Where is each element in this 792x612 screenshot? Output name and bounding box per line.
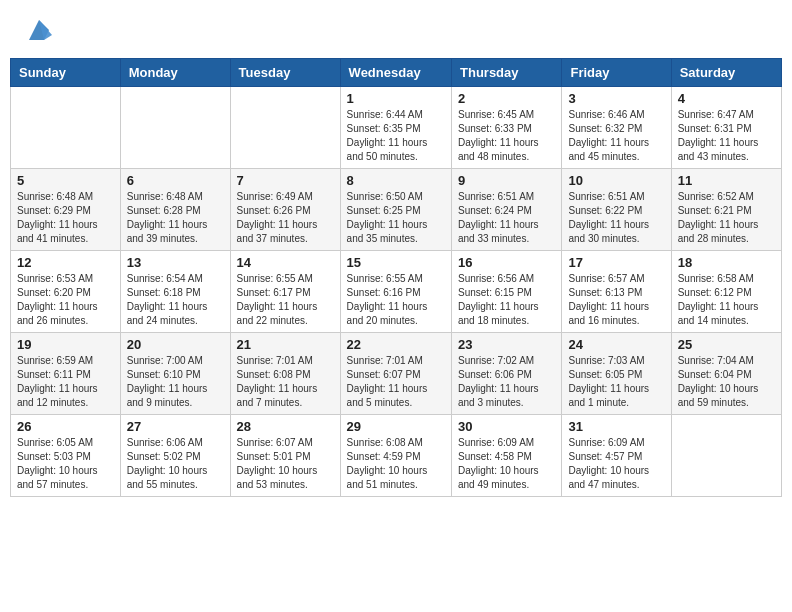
day-number: 28 [237,419,334,434]
calendar-cell [671,415,781,497]
calendar-cell: 18Sunrise: 6:58 AM Sunset: 6:12 PM Dayli… [671,251,781,333]
day-number: 22 [347,337,445,352]
calendar-cell: 5Sunrise: 6:48 AM Sunset: 6:29 PM Daylig… [11,169,121,251]
day-info: Sunrise: 6:51 AM Sunset: 6:24 PM Dayligh… [458,190,555,246]
calendar-cell: 28Sunrise: 6:07 AM Sunset: 5:01 PM Dayli… [230,415,340,497]
day-number: 19 [17,337,114,352]
weekday-header: Saturday [671,59,781,87]
calendar-table: SundayMondayTuesdayWednesdayThursdayFrid… [10,58,782,497]
day-info: Sunrise: 6:56 AM Sunset: 6:15 PM Dayligh… [458,272,555,328]
day-number: 6 [127,173,224,188]
calendar-cell: 2Sunrise: 6:45 AM Sunset: 6:33 PM Daylig… [452,87,562,169]
day-number: 29 [347,419,445,434]
day-info: Sunrise: 6:47 AM Sunset: 6:31 PM Dayligh… [678,108,775,164]
day-number: 3 [568,91,664,106]
calendar-week-row: 1Sunrise: 6:44 AM Sunset: 6:35 PM Daylig… [11,87,782,169]
calendar-cell: 21Sunrise: 7:01 AM Sunset: 6:08 PM Dayli… [230,333,340,415]
day-number: 5 [17,173,114,188]
calendar-cell [11,87,121,169]
calendar-week-row: 5Sunrise: 6:48 AM Sunset: 6:29 PM Daylig… [11,169,782,251]
day-info: Sunrise: 6:05 AM Sunset: 5:03 PM Dayligh… [17,436,114,492]
calendar-cell: 6Sunrise: 6:48 AM Sunset: 6:28 PM Daylig… [120,169,230,251]
day-number: 23 [458,337,555,352]
day-number: 8 [347,173,445,188]
day-number: 16 [458,255,555,270]
logo-icon [24,15,54,45]
day-info: Sunrise: 6:08 AM Sunset: 4:59 PM Dayligh… [347,436,445,492]
calendar-cell: 30Sunrise: 6:09 AM Sunset: 4:58 PM Dayli… [452,415,562,497]
calendar-cell: 22Sunrise: 7:01 AM Sunset: 6:07 PM Dayli… [340,333,451,415]
day-info: Sunrise: 6:53 AM Sunset: 6:20 PM Dayligh… [17,272,114,328]
day-number: 4 [678,91,775,106]
day-number: 25 [678,337,775,352]
weekday-header: Tuesday [230,59,340,87]
calendar-cell: 27Sunrise: 6:06 AM Sunset: 5:02 PM Dayli… [120,415,230,497]
calendar-cell: 1Sunrise: 6:44 AM Sunset: 6:35 PM Daylig… [340,87,451,169]
day-info: Sunrise: 6:49 AM Sunset: 6:26 PM Dayligh… [237,190,334,246]
day-info: Sunrise: 6:58 AM Sunset: 6:12 PM Dayligh… [678,272,775,328]
day-info: Sunrise: 6:50 AM Sunset: 6:25 PM Dayligh… [347,190,445,246]
day-info: Sunrise: 7:02 AM Sunset: 6:06 PM Dayligh… [458,354,555,410]
logo [20,15,54,45]
calendar-cell [120,87,230,169]
day-info: Sunrise: 7:00 AM Sunset: 6:10 PM Dayligh… [127,354,224,410]
calendar-cell: 7Sunrise: 6:49 AM Sunset: 6:26 PM Daylig… [230,169,340,251]
weekday-header: Friday [562,59,671,87]
calendar-cell [230,87,340,169]
day-number: 24 [568,337,664,352]
calendar-cell: 4Sunrise: 6:47 AM Sunset: 6:31 PM Daylig… [671,87,781,169]
day-info: Sunrise: 6:52 AM Sunset: 6:21 PM Dayligh… [678,190,775,246]
day-number: 2 [458,91,555,106]
calendar-cell: 24Sunrise: 7:03 AM Sunset: 6:05 PM Dayli… [562,333,671,415]
day-number: 12 [17,255,114,270]
day-info: Sunrise: 7:01 AM Sunset: 6:08 PM Dayligh… [237,354,334,410]
day-number: 27 [127,419,224,434]
calendar-cell: 20Sunrise: 7:00 AM Sunset: 6:10 PM Dayli… [120,333,230,415]
day-info: Sunrise: 7:03 AM Sunset: 6:05 PM Dayligh… [568,354,664,410]
calendar-cell: 26Sunrise: 6:05 AM Sunset: 5:03 PM Dayli… [11,415,121,497]
calendar-cell: 3Sunrise: 6:46 AM Sunset: 6:32 PM Daylig… [562,87,671,169]
calendar-cell: 16Sunrise: 6:56 AM Sunset: 6:15 PM Dayli… [452,251,562,333]
day-number: 11 [678,173,775,188]
calendar-cell: 25Sunrise: 7:04 AM Sunset: 6:04 PM Dayli… [671,333,781,415]
day-info: Sunrise: 6:57 AM Sunset: 6:13 PM Dayligh… [568,272,664,328]
day-info: Sunrise: 6:09 AM Sunset: 4:57 PM Dayligh… [568,436,664,492]
calendar-week-row: 26Sunrise: 6:05 AM Sunset: 5:03 PM Dayli… [11,415,782,497]
day-number: 14 [237,255,334,270]
day-info: Sunrise: 6:54 AM Sunset: 6:18 PM Dayligh… [127,272,224,328]
day-info: Sunrise: 6:45 AM Sunset: 6:33 PM Dayligh… [458,108,555,164]
calendar-cell: 13Sunrise: 6:54 AM Sunset: 6:18 PM Dayli… [120,251,230,333]
calendar-cell: 10Sunrise: 6:51 AM Sunset: 6:22 PM Dayli… [562,169,671,251]
day-info: Sunrise: 6:09 AM Sunset: 4:58 PM Dayligh… [458,436,555,492]
day-info: Sunrise: 7:01 AM Sunset: 6:07 PM Dayligh… [347,354,445,410]
day-info: Sunrise: 6:51 AM Sunset: 6:22 PM Dayligh… [568,190,664,246]
day-number: 15 [347,255,445,270]
calendar-header-row: SundayMondayTuesdayWednesdayThursdayFrid… [11,59,782,87]
day-number: 13 [127,255,224,270]
calendar-cell: 15Sunrise: 6:55 AM Sunset: 6:16 PM Dayli… [340,251,451,333]
day-info: Sunrise: 6:46 AM Sunset: 6:32 PM Dayligh… [568,108,664,164]
calendar-cell: 12Sunrise: 6:53 AM Sunset: 6:20 PM Dayli… [11,251,121,333]
weekday-header: Thursday [452,59,562,87]
calendar-cell: 8Sunrise: 6:50 AM Sunset: 6:25 PM Daylig… [340,169,451,251]
day-info: Sunrise: 6:07 AM Sunset: 5:01 PM Dayligh… [237,436,334,492]
day-info: Sunrise: 6:48 AM Sunset: 6:29 PM Dayligh… [17,190,114,246]
day-number: 9 [458,173,555,188]
calendar-cell: 19Sunrise: 6:59 AM Sunset: 6:11 PM Dayli… [11,333,121,415]
day-info: Sunrise: 7:04 AM Sunset: 6:04 PM Dayligh… [678,354,775,410]
day-info: Sunrise: 6:44 AM Sunset: 6:35 PM Dayligh… [347,108,445,164]
day-number: 31 [568,419,664,434]
weekday-header: Wednesday [340,59,451,87]
day-number: 26 [17,419,114,434]
day-number: 18 [678,255,775,270]
calendar-cell: 14Sunrise: 6:55 AM Sunset: 6:17 PM Dayli… [230,251,340,333]
day-info: Sunrise: 6:55 AM Sunset: 6:17 PM Dayligh… [237,272,334,328]
calendar-cell: 31Sunrise: 6:09 AM Sunset: 4:57 PM Dayli… [562,415,671,497]
calendar-cell: 17Sunrise: 6:57 AM Sunset: 6:13 PM Dayli… [562,251,671,333]
calendar-cell: 23Sunrise: 7:02 AM Sunset: 6:06 PM Dayli… [452,333,562,415]
day-info: Sunrise: 6:48 AM Sunset: 6:28 PM Dayligh… [127,190,224,246]
page-header [10,10,782,50]
day-info: Sunrise: 6:55 AM Sunset: 6:16 PM Dayligh… [347,272,445,328]
day-number: 7 [237,173,334,188]
day-number: 10 [568,173,664,188]
